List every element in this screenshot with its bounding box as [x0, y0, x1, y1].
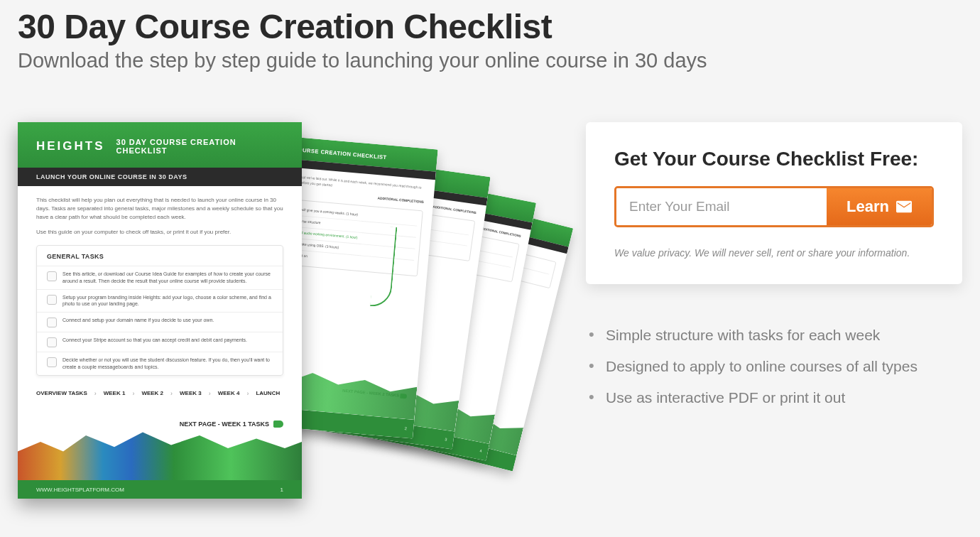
task-text: Setup your program branding inside Heigh…: [62, 294, 273, 308]
page-title: 30 Day Course Creation Checklist: [18, 7, 962, 46]
next-page-label: NEXT PAGE - WEEK 1 TASKS: [180, 421, 283, 428]
task-text: Connect your Stripe account so that you …: [62, 337, 247, 344]
benefit-item: Designed to apply to online courses of a…: [586, 351, 962, 382]
breadcrumb-item: WEEK 3: [180, 390, 202, 396]
email-field[interactable]: [616, 188, 827, 225]
breadcrumb-item: LAUNCH: [256, 390, 280, 396]
envelope-icon: [896, 200, 912, 213]
doc-intro2: Use this guide on your computer to check…: [36, 229, 283, 235]
privacy-note: We value privacy. We will never sell, re…: [614, 247, 934, 259]
submit-button-label: Learn: [846, 197, 889, 216]
checkbox-icon: [47, 357, 57, 367]
task-text: Decide whether or not you will use the s…: [62, 357, 273, 371]
benefit-item: Use as interactive PDF or print it out: [586, 382, 962, 413]
footer-page-number: 1: [281, 487, 283, 493]
checkbox-icon: [47, 337, 57, 347]
doc-intro: This checklist will help you plan out ev…: [36, 196, 283, 222]
fan-header: COURSE CREATION CHECKLIST: [293, 146, 386, 161]
arrow-right-icon: [273, 421, 283, 428]
footer-url: WWW.HEIGHTSPLATFORM.COM: [36, 487, 124, 493]
submit-button[interactable]: Learn: [827, 188, 932, 225]
breadcrumb-item: WEEK 2: [141, 390, 163, 396]
checkbox-icon: [47, 318, 57, 327]
checkbox-icon: [47, 271, 57, 281]
form-heading: Get Your Course Checklist Free:: [614, 148, 934, 170]
benefits-list: Simple structure with tasks for each wee…: [586, 320, 962, 413]
breadcrumb-item: OVERVIEW TASKS: [36, 390, 87, 396]
fan-pg: 2: [404, 426, 407, 430]
preview-main-page: HEIGHTS 30 DAY COURSE CREATION CHECKLIST…: [18, 122, 302, 499]
checkbox-icon: [47, 295, 57, 305]
doc-subheader: LAUNCH YOUR ONLINE COURSE IN 30 DAYS: [18, 168, 302, 186]
doc-header-title: 30 DAY COURSE CREATION CHECKLIST: [116, 138, 283, 155]
page-subtitle: Download the step by step guide to launc…: [18, 49, 962, 72]
signup-card: Get Your Course Checklist Free: Learn We…: [586, 122, 962, 284]
breadcrumb-item: WEEK 4: [218, 390, 240, 396]
breadcrumb-item: WEEK 1: [104, 390, 126, 396]
preview-illustration: ECKLIST … … CHECKLIST ADDITIONAL COMPLET…: [18, 122, 557, 506]
task-text: Connect and setup your domain name if yo…: [62, 317, 214, 324]
fan-pg: 3: [445, 438, 447, 442]
breadcrumb: OVERVIEW TASKS› WEEK 1› WEEK 2› WEEK 3› …: [36, 390, 283, 397]
task-text: See this article, or download our Course…: [62, 271, 273, 285]
section-title: GENERAL TASKS: [37, 246, 283, 266]
brand-logo: HEIGHTS: [36, 139, 105, 153]
fan-pg: 4: [479, 449, 482, 453]
benefit-item: Simple structure with tasks for each wee…: [586, 320, 962, 351]
